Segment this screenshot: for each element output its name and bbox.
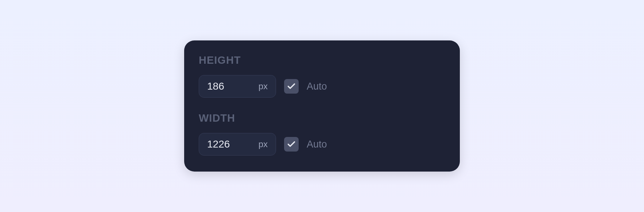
width-unit: px (259, 139, 268, 149)
height-input[interactable] (207, 81, 240, 92)
height-row: px Auto (199, 75, 445, 98)
width-input[interactable] (207, 138, 240, 150)
height-unit: px (259, 81, 268, 91)
width-section: WIDTH px Auto (199, 112, 445, 156)
height-section: HEIGHT px Auto (199, 54, 445, 98)
check-icon (287, 82, 296, 91)
width-auto-checkbox[interactable] (284, 137, 299, 152)
check-icon (287, 140, 296, 149)
height-auto-checkbox[interactable] (284, 79, 299, 94)
width-input-box[interactable]: px (199, 133, 276, 156)
height-input-box[interactable]: px (199, 75, 276, 98)
height-label: HEIGHT (199, 54, 445, 66)
width-auto-label: Auto (307, 139, 327, 150)
height-auto-label: Auto (307, 81, 327, 92)
width-row: px Auto (199, 133, 445, 156)
width-label: WIDTH (199, 112, 445, 124)
dimensions-panel: HEIGHT px Auto WIDTH px Auto (184, 40, 460, 172)
